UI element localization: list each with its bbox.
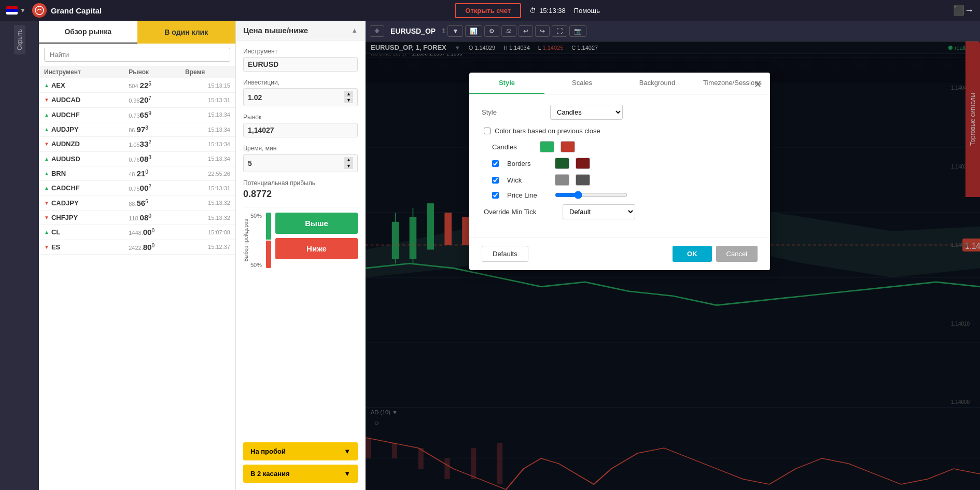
topbar-time: ⏱ 15:13:38 (529, 7, 566, 15)
section-touch[interactable]: В 2 касания ▼ (243, 465, 358, 483)
market-row[interactable]: ▲ CL 1448.000 15:07:08 (39, 225, 235, 240)
instrument-name: ▲ CADCHF (44, 184, 129, 192)
price-line-slider[interactable] (555, 191, 627, 199)
style-select[interactable]: Candles (550, 105, 623, 120)
market-price: 1.05332 (129, 139, 185, 148)
tab-background[interactable]: Background (620, 73, 695, 94)
toolbar-compare[interactable]: ⚖ (501, 25, 516, 37)
logo: Grand Capital (32, 3, 102, 18)
market-row[interactable]: ▲ AEX 504.225 15:13:15 (39, 78, 235, 93)
time-field: Время, мин 5 ▲ ▼ (243, 145, 358, 172)
instrument-name: ▲ CL (44, 228, 129, 236)
market-tabs: Обзор рынка В один клик (39, 21, 235, 44)
market-value: 1,14027 (243, 123, 358, 137)
time-stepper[interactable]: ▲ ▼ (344, 157, 353, 169)
market-price: 0.98207 (129, 95, 185, 104)
bar-down (266, 241, 271, 268)
help-link[interactable]: Помощь (574, 7, 600, 15)
market-time: 15:13:31 (185, 97, 230, 103)
wick-color-down[interactable] (576, 174, 590, 186)
toolbar-crosshair[interactable]: ✛ (370, 25, 384, 37)
override-select[interactable]: Default (563, 204, 635, 219)
logo-icon (32, 3, 47, 18)
exit-button[interactable]: ⬛→ (953, 5, 974, 16)
open-account-button[interactable]: Открыть счет (455, 3, 521, 18)
wick-color-up[interactable] (555, 174, 569, 186)
market-list: ▲ AEX 504.225 15:13:15 ▼ AUDCAD 0.98207 … (39, 78, 235, 490)
toolbar-redo[interactable]: ↪ (535, 25, 550, 37)
investment-stepper[interactable]: ▲ ▼ (344, 91, 353, 103)
market-row[interactable]: ▲ AUDCHF 0.73659 15:13:34 (39, 108, 235, 122)
hide-sidebar-button[interactable]: Скрыть (14, 25, 25, 54)
tab-scales[interactable]: Scales (544, 73, 620, 94)
instrument-name: ▲ AUDUSD (44, 155, 129, 163)
candles-color-row: Candles (482, 141, 758, 152)
stepper-down[interactable]: ▼ (344, 97, 353, 103)
market-time: 15:07:08 (185, 229, 230, 235)
toolbar-chart-type[interactable]: 📊 (465, 25, 482, 37)
market-price: 2422.800 (129, 243, 185, 251)
price-line-checkbox[interactable] (492, 192, 499, 199)
direction-icon: ▲ (44, 82, 49, 88)
direction-icon: ▲ (44, 229, 49, 235)
instrument-name: ▼ AUDCAD (44, 96, 129, 104)
color-bars-checkbox[interactable] (484, 128, 491, 134)
market-row[interactable]: ▼ AUDNZD 1.05332 15:13:34 (39, 137, 235, 151)
investment-field: Инвестиции, 1.02 ▲ ▼ (243, 79, 358, 106)
market-row[interactable]: ▲ AUDUSD 0.76083 15:13:34 (39, 152, 235, 166)
divider (243, 207, 358, 207)
tab-style[interactable]: Style (469, 73, 544, 94)
market-price: 0.76083 (129, 155, 185, 163)
btn-lower[interactable]: Ниже (275, 238, 358, 259)
toolbar-indicators[interactable]: ⚙ (484, 25, 499, 37)
collapse-icon[interactable]: ▲ (351, 26, 358, 34)
direction-icon: ▼ (44, 244, 49, 250)
ok-button[interactable]: OK (673, 246, 712, 262)
direction-icon: ▲ (44, 156, 49, 162)
borders-color-row: Borders (482, 158, 758, 169)
search-input[interactable] (44, 48, 230, 62)
stepper-up[interactable]: ▲ (344, 91, 353, 97)
price-panel-header: Цена выше/ниже ▲ (236, 21, 365, 40)
stepper-down-time[interactable]: ▼ (344, 163, 353, 169)
price-panel-title: Цена выше/ниже (243, 26, 308, 35)
market-row[interactable]: ▲ CADCHF 0.75002 15:13:31 (39, 181, 235, 195)
choice-bars (266, 213, 271, 268)
instrument-name: ▼ ES (44, 243, 129, 251)
dialog-close-button[interactable]: ✕ (754, 79, 762, 90)
toolbar-fullscreen[interactable]: ⛶ (552, 25, 567, 37)
cancel-button[interactable]: Cancel (716, 246, 758, 262)
market-row[interactable]: ▲ AUDJPY 86.978 15:13:34 (39, 122, 235, 137)
market-row[interactable]: ▼ AUDCAD 0.98207 15:13:31 (39, 93, 235, 107)
chart-area: ✛ EURUSD_OP 1 ▼ 📊 ⚙ ⚖ ↩ ↪ ⛶ 📷 EURUSD_OP,… (366, 21, 980, 490)
defaults-button[interactable]: Defaults (482, 246, 528, 262)
toolbar-undo[interactable]: ↩ (519, 25, 533, 37)
market-row[interactable]: ▼ CHFJPY 118.080 15:13:32 (39, 211, 235, 225)
dialog-tabs: Style Scales Background Timezone/Session… (469, 73, 770, 94)
borders-color-up[interactable] (555, 158, 569, 169)
candles-color-up[interactable] (540, 141, 554, 152)
tab-market-overview[interactable]: Обзор рынка (39, 21, 137, 44)
borders-checkbox[interactable] (492, 160, 499, 167)
flag-dropdown[interactable]: ▼ (20, 7, 26, 14)
candles-color-down[interactable] (561, 141, 575, 152)
style-row: Style Candles (482, 105, 758, 120)
toolbar-timeframe-dropdown[interactable]: ▼ (447, 25, 463, 37)
market-row[interactable]: ▼ CADJPY 88.566 15:13:32 (39, 196, 235, 211)
tab-one-click[interactable]: В один клик (137, 21, 236, 44)
market-price: 504.225 (129, 81, 185, 90)
market-time: 15:13:34 (185, 156, 230, 162)
dialog-body: Style Candles Color bars based on previo… (469, 94, 770, 237)
direction-icon: ▼ (44, 200, 49, 206)
borders-color-down[interactable] (576, 158, 590, 169)
chevron-down-icon: ▼ (344, 447, 351, 455)
wick-checkbox[interactable] (492, 177, 499, 184)
market-row[interactable]: ▼ ES 2422.800 15:12:37 (39, 240, 235, 255)
stepper-up-time[interactable]: ▲ (344, 157, 353, 163)
instrument-name: ▲ AEX (44, 81, 129, 89)
market-row[interactable]: ▲ BRN 48.210 22:55:26 (39, 166, 235, 181)
toolbar-screenshot[interactable]: 📷 (569, 25, 586, 37)
btn-higher[interactable]: Выше (275, 213, 358, 234)
instrument-name: ▼ AUDNZD (44, 140, 129, 148)
section-breakout[interactable]: На пробой ▼ (243, 442, 358, 460)
